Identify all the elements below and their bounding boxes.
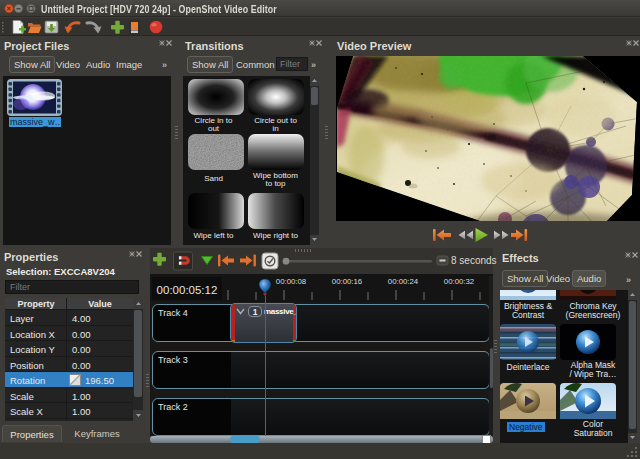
svg-text:00:00:08: 00:00:08 [276, 277, 306, 286]
svg-text:00:00:32: 00:00:32 [444, 277, 474, 286]
svg-text:00:00:16: 00:00:16 [332, 277, 362, 286]
svg-text:00:00:24: 00:00:24 [388, 277, 419, 286]
